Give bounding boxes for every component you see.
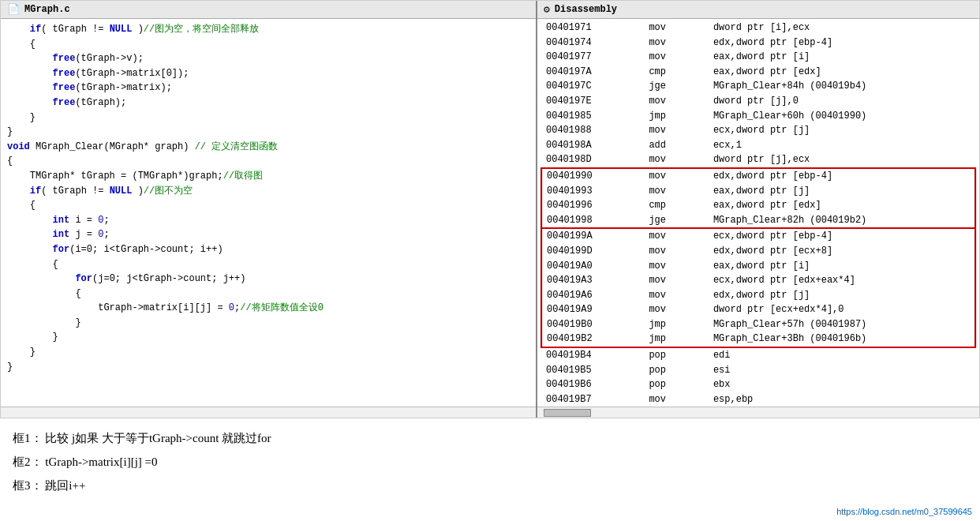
code-line: free(tGraph); bbox=[7, 96, 529, 111]
disasm-op: pop bbox=[644, 363, 708, 378]
disasm-addr: 00401988 bbox=[541, 123, 644, 138]
disasm-addr: 00401993 bbox=[541, 184, 644, 199]
annotations-panel: 框1： 比较 j如果 大于等于tGraph->count 就跳过for框2： t… bbox=[0, 418, 980, 505]
code-content[interactable]: if( tGraph != NULL )//图为空，将空间全部释放 { free… bbox=[1, 19, 536, 407]
disasm-panel-title-text: Disassembly bbox=[555, 4, 617, 15]
annotation-line: 框3： 跳回i++ bbox=[13, 474, 967, 497]
disasm-addr: 00401985 bbox=[541, 109, 644, 124]
disasm-args: eax,dword ptr [edx] bbox=[709, 198, 975, 213]
disasm-addr: 0040197C bbox=[541, 79, 644, 94]
code-panel-filename: MGraph.c bbox=[24, 4, 70, 15]
table-row: 004019B7movesp,ebp bbox=[541, 392, 975, 407]
disasm-op: jge bbox=[644, 213, 708, 229]
disasm-args: edi bbox=[709, 347, 975, 363]
code-line: } bbox=[7, 330, 529, 345]
disasm-op: jmp bbox=[644, 109, 708, 124]
disasm-op: pop bbox=[644, 347, 708, 363]
code-line: { bbox=[7, 37, 529, 52]
disasm-icon: ⚙ bbox=[544, 3, 550, 16]
disasm-args: esi bbox=[709, 363, 975, 378]
disasm-addr: 004019A0 bbox=[541, 259, 644, 274]
disasm-addr: 0040199D bbox=[541, 244, 644, 259]
code-line: } bbox=[7, 111, 529, 126]
code-line: } bbox=[7, 360, 529, 375]
code-line: for(i=0; i<tGraph->count; i++) bbox=[7, 242, 529, 257]
watermark: https://blog.csdn.net/m0_37599645 bbox=[836, 507, 972, 516]
disasm-op: mov bbox=[644, 228, 708, 244]
table-row: 00401988movecx,dword ptr [j] bbox=[541, 123, 975, 138]
disasm-args: edx,dword ptr [ebp-4] bbox=[709, 36, 975, 51]
disasm-args: ecx,dword ptr [j] bbox=[709, 123, 975, 138]
disasm-args: MGraph_Clear+82h (004019b2) bbox=[709, 213, 975, 229]
table-row: 00401977moveax,dword ptr [i] bbox=[541, 50, 975, 65]
code-line: if( tGraph != NULL )//图为空，将空间全部释放 bbox=[7, 22, 529, 37]
disasm-op: jmp bbox=[644, 332, 708, 347]
file-icon: 📄 bbox=[7, 3, 20, 16]
disasm-op: cmp bbox=[644, 65, 708, 80]
code-line: int j = 0; bbox=[7, 227, 529, 242]
code-line: free(tGraph->matrix); bbox=[7, 81, 529, 96]
disasm-args: ecx,1 bbox=[709, 138, 975, 153]
table-row: 0040199Amovecx,dword ptr [ebp-4] bbox=[541, 228, 975, 244]
disasm-op: mov bbox=[644, 36, 708, 51]
code-line: if( tGraph != NULL )//图不为空 bbox=[7, 184, 529, 199]
table-row: 004019A6movedx,dword ptr [j] bbox=[541, 288, 975, 303]
table-row: 00401998jgeMGraph_Clear+82h (004019b2) bbox=[541, 213, 975, 229]
disasm-scrollbar-thumb[interactable] bbox=[544, 409, 591, 417]
annotation-line: 框2： tGraph->matrix[i][j] =0 bbox=[13, 450, 967, 474]
disasm-args: dword ptr [i],ecx bbox=[709, 21, 975, 36]
disasm-op: cmp bbox=[644, 198, 708, 213]
table-row: 0040198Dmovdword ptr [j],ecx bbox=[541, 152, 975, 168]
code-line: free(tGraph->matrix[0]); bbox=[7, 66, 529, 81]
disasm-addr: 004019A6 bbox=[541, 288, 644, 303]
code-panel: 📄 MGraph.c if( tGraph != NULL )//图为空，将空间… bbox=[1, 1, 537, 418]
disasm-panel-title: ⚙ Disassembly bbox=[537, 1, 979, 19]
disasm-addr: 00401977 bbox=[541, 50, 644, 65]
disasm-args: eax,dword ptr [i] bbox=[709, 50, 975, 65]
table-row: 004019B0jmpMGraph_Clear+57h (00401987) bbox=[541, 317, 975, 332]
disasm-op: mov bbox=[644, 21, 708, 36]
code-scrollbar[interactable] bbox=[1, 407, 536, 418]
table-row: 004019B4popedi bbox=[541, 347, 975, 363]
code-line: tGraph->matrix[i][j] = 0;//将矩阵数值全设0 bbox=[7, 301, 529, 316]
disasm-scrollbar[interactable] bbox=[537, 407, 979, 418]
disasm-addr: 00401971 bbox=[541, 21, 644, 36]
disasm-addr: 004019A3 bbox=[541, 273, 644, 288]
disasm-content[interactable]: 00401971movdword ptr [i],ecx00401974move… bbox=[537, 19, 979, 407]
disasm-op: mov bbox=[644, 123, 708, 138]
table-row: 004019A9movdword ptr [ecx+edx*4],0 bbox=[541, 302, 975, 317]
disasm-addr: 004019B6 bbox=[541, 377, 644, 392]
disasm-addr: 00401996 bbox=[541, 198, 644, 213]
annotation-line: 框1： 比较 j如果 大于等于tGraph->count 就跳过for bbox=[13, 426, 967, 450]
table-row: 0040197Acmpeax,dword ptr [edx] bbox=[541, 65, 975, 80]
code-line: { bbox=[7, 154, 529, 169]
disasm-args: ebx bbox=[709, 377, 975, 392]
table-row: 00401985jmpMGraph_Clear+60h (00401990) bbox=[541, 109, 975, 124]
table-row: 004019A3movecx,dword ptr [edx+eax*4] bbox=[541, 273, 975, 288]
code-line: } bbox=[7, 125, 529, 140]
disasm-args: dword ptr [j],0 bbox=[709, 94, 975, 109]
table-row: 00401993moveax,dword ptr [j] bbox=[541, 184, 975, 199]
table-row: 0040197CjgeMGraph_Clear+84h (004019b4) bbox=[541, 79, 975, 94]
disasm-addr: 0040199A bbox=[541, 228, 644, 244]
disasm-addr: 0040198D bbox=[541, 152, 644, 168]
disasm-args: edx,dword ptr [ecx+8] bbox=[709, 244, 975, 259]
disasm-args: edx,dword ptr [j] bbox=[709, 288, 975, 303]
disasm-addr: 004019B5 bbox=[541, 363, 644, 378]
code-panel-title: 📄 MGraph.c bbox=[1, 1, 536, 19]
disasm-op: jge bbox=[644, 79, 708, 94]
disasm-addr: 00401974 bbox=[541, 36, 644, 51]
disasm-args: dword ptr [j],ecx bbox=[709, 152, 975, 168]
disasm-op: mov bbox=[644, 273, 708, 288]
disasm-op: add bbox=[644, 138, 708, 153]
disasm-addr: 0040197A bbox=[541, 65, 644, 80]
disasm-addr: 0040198A bbox=[541, 138, 644, 153]
disasm-addr: 00401998 bbox=[541, 213, 644, 229]
code-line: { bbox=[7, 198, 529, 213]
main-container: 📄 MGraph.c if( tGraph != NULL )//图为空，将空间… bbox=[0, 0, 980, 505]
disasm-op: jmp bbox=[644, 317, 708, 332]
table-row: 0040199Dmovedx,dword ptr [ecx+8] bbox=[541, 244, 975, 259]
code-line: } bbox=[7, 316, 529, 331]
disasm-op: mov bbox=[644, 50, 708, 65]
disasm-args: ecx,dword ptr [edx+eax*4] bbox=[709, 273, 975, 288]
